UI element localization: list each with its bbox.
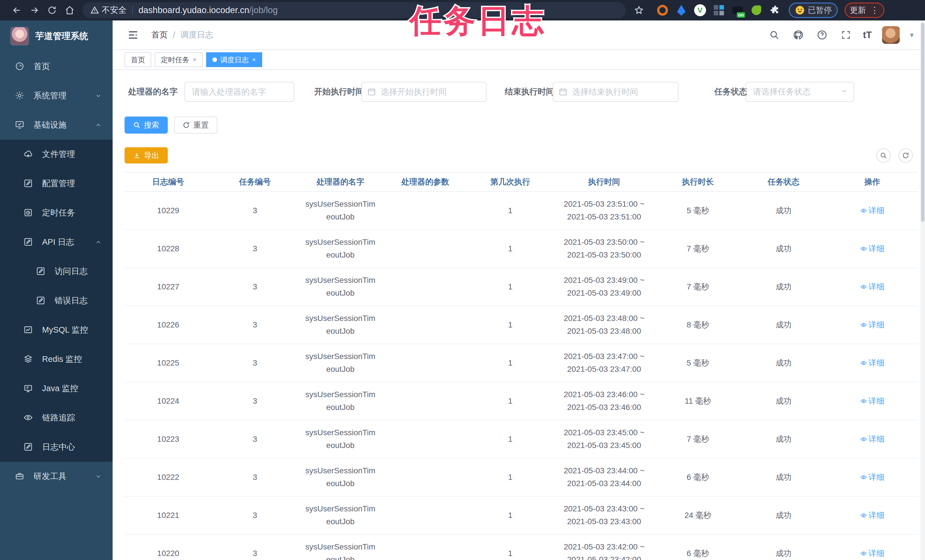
help-icon[interactable]: [815, 28, 829, 42]
detail-link[interactable]: 详细: [860, 243, 884, 254]
sidebar-item-home[interactable]: 首页: [0, 52, 113, 81]
sidebar-item-mysql[interactable]: MySQL 监控: [0, 315, 113, 345]
chevron-down-icon: [841, 87, 848, 97]
eye-icon: [860, 360, 867, 366]
detail-link[interactable]: 详细: [860, 358, 884, 369]
toolbox-icon: [15, 471, 25, 482]
cell-job-id: 3: [212, 496, 298, 534]
sidebar-item-access-log[interactable]: 访问日志: [0, 257, 113, 286]
browser-back-icon[interactable]: [8, 2, 26, 18]
sidebar-item-error-log[interactable]: 错误日志: [0, 286, 113, 315]
eye-icon: [860, 550, 867, 557]
extension-on-badge-icon[interactable]: on: [731, 4, 744, 17]
tab-job-log[interactable]: 调度日志×: [206, 52, 262, 67]
close-icon[interactable]: ×: [252, 56, 256, 63]
sidebar-item-file[interactable]: 文件管理: [0, 140, 113, 169]
sidebar-item-log-center[interactable]: 日志中心: [0, 432, 113, 462]
status-select[interactable]: 请选择任务状态: [746, 82, 854, 102]
detail-link[interactable]: 详细: [860, 319, 884, 330]
cell-duration: 5 毫秒: [655, 191, 740, 230]
detail-link[interactable]: 详细: [860, 548, 884, 559]
sidebar-item-api-log[interactable]: API 日志: [0, 227, 113, 257]
top-header: 首页 / 调度日志 tT ▾: [113, 21, 925, 50]
browser-reload-icon[interactable]: [43, 2, 61, 18]
profile-paused-badge[interactable]: 已暂停: [789, 3, 838, 18]
col-duration: 执行时长: [655, 172, 740, 191]
table-header-row: 日志编号 任务编号 处理器的名字 处理器的参数 第几次执行 执行时间 执行时长 …: [125, 172, 918, 191]
sidebar-item-redis[interactable]: Redis 监控: [0, 345, 113, 374]
browser-update-button[interactable]: 更新 ⋮: [845, 3, 884, 18]
extension-grid-icon[interactable]: [713, 4, 725, 17]
sidebar-item-trace[interactable]: 链路追踪: [0, 403, 113, 432]
browser-home-icon[interactable]: [61, 2, 78, 18]
sidebar-item-dev-tools[interactable]: 研发工具: [0, 462, 113, 491]
cell-actions: 详细: [827, 420, 918, 458]
extensions-puzzle-icon[interactable]: [769, 4, 781, 17]
detail-link[interactable]: 详细: [860, 510, 884, 521]
begin-time-picker[interactable]: [362, 82, 487, 102]
scrollbar-thumb[interactable]: [921, 23, 924, 222]
tab-home[interactable]: 首页: [125, 52, 151, 67]
cell-execute-time: 2021-05-03 23:42:00 ~2021-05-03 23:42:00: [553, 534, 655, 560]
sidebar-toggle-icon[interactable]: [127, 29, 139, 41]
user-avatar[interactable]: [882, 26, 900, 44]
detail-link[interactable]: 详细: [860, 205, 884, 216]
eye-icon: [860, 207, 867, 214]
begin-time-input[interactable]: [362, 82, 487, 102]
detail-link[interactable]: 详细: [860, 472, 884, 483]
github-icon[interactable]: [791, 28, 805, 42]
col-handler-param: 处理器的参数: [383, 172, 468, 191]
close-icon[interactable]: ×: [193, 56, 196, 63]
monitor-check-icon: [15, 120, 25, 130]
reset-button[interactable]: 重置: [174, 117, 217, 134]
edit-square-icon: [23, 237, 33, 247]
app-logo-row[interactable]: 芋道管理系统: [0, 21, 113, 52]
table-row: 10229 3 sysUserSessionTimeoutJob 1 2021-…: [125, 191, 918, 230]
eye-icon: [860, 474, 867, 481]
cell-job-id: 3: [212, 458, 298, 496]
toggle-search-button[interactable]: [876, 148, 890, 163]
handler-name-input[interactable]: [185, 82, 294, 102]
cell-duration: 7 毫秒: [655, 268, 740, 306]
page-scrollbar[interactable]: [920, 21, 925, 560]
eye-icon: [860, 283, 867, 290]
extension-blue-icon[interactable]: [675, 4, 688, 17]
breadcrumb-home[interactable]: 首页: [151, 29, 168, 41]
header-search-icon[interactable]: [767, 28, 781, 42]
detail-link[interactable]: 详细: [860, 434, 884, 445]
user-menu-caret-icon[interactable]: ▾: [910, 31, 914, 39]
chevron-down-icon: [95, 92, 102, 99]
browser-forward-icon[interactable]: [26, 2, 43, 18]
sidebar-item-infra[interactable]: 基础设施: [0, 110, 113, 140]
detail-link[interactable]: 详细: [860, 396, 884, 406]
extension-green-v-icon[interactable]: V: [694, 4, 707, 17]
cell-status: 成功: [740, 382, 827, 420]
tab-job[interactable]: 定时任务×: [155, 52, 203, 67]
end-time-picker[interactable]: [553, 82, 678, 102]
layers-icon: [23, 354, 33, 364]
bookmark-star-icon[interactable]: [630, 2, 648, 18]
extension-orange-icon[interactable]: [656, 4, 669, 17]
sidebar-item-system[interactable]: 系统管理: [0, 81, 113, 110]
cell-handler-param: [383, 382, 468, 420]
extension-leaf-icon[interactable]: [750, 4, 762, 17]
cell-status: 成功: [740, 230, 827, 268]
cell-execute-index: 1: [468, 306, 553, 344]
cell-execute-time: 2021-05-03 23:48:00 ~2021-05-03 23:48:00: [553, 306, 655, 344]
sidebar-item-config[interactable]: 配置管理: [0, 169, 113, 198]
detail-link[interactable]: 详细: [860, 282, 884, 292]
fullscreen-icon[interactable]: [839, 28, 853, 42]
refresh-table-button[interactable]: [899, 148, 913, 163]
site-security-warning[interactable]: 不安全: [90, 5, 127, 16]
font-size-icon[interactable]: tT: [863, 30, 872, 41]
refresh-icon: [182, 121, 190, 129]
cell-actions: 详细: [827, 191, 918, 230]
sidebar-item-job[interactable]: 定时任务: [0, 198, 113, 227]
address-bar[interactable]: 不安全 dashboard.yudao.iocoder.cn/job/log: [83, 2, 625, 18]
browser-menu-icon[interactable]: ⋮: [871, 8, 879, 13]
handler-name-label: 处理器的名字: [125, 86, 185, 98]
end-time-input[interactable]: [553, 82, 678, 102]
sidebar-item-java[interactable]: Java 监控: [0, 374, 113, 403]
search-button[interactable]: 搜索: [125, 117, 168, 134]
export-button[interactable]: 导出: [125, 147, 168, 163]
